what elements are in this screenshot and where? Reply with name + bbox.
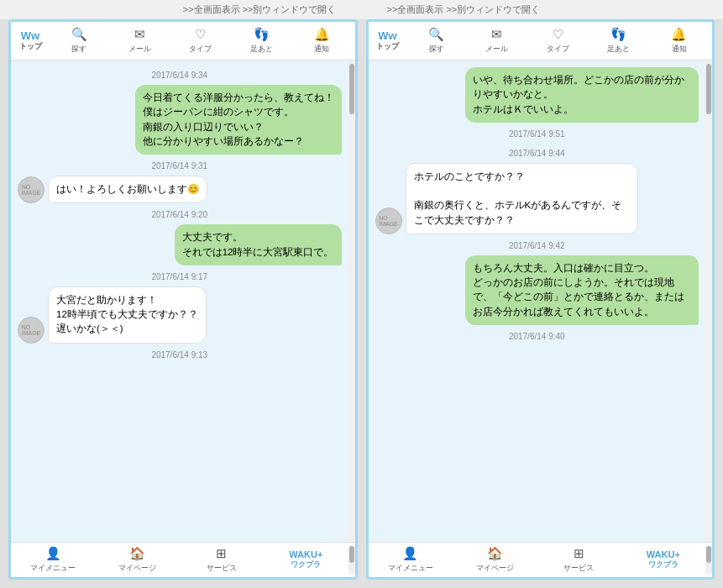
footprint-icon: 👣 [254,27,270,42]
timestamp-r1: 2017/6/14 9:51 [375,129,699,139]
right-nav-bar: Ww トップ 🔍 探す ✉ メール ♡ タイプ 👣 足あと 🔔 通知 [369,22,713,60]
timestamp-r3: 2017/6/14 9:42 [375,241,699,250]
right-panel-toplinks: >>全画面表示 >>別ウィンドウで開く [387,3,541,16]
right-bottom-nav: 👤 マイメニュー 🏠 マイページ ⊞ サービス WAKU+ ワクプラ [369,542,713,577]
top-bar: >>全画面表示 >>別ウィンドウで開く >>全画面表示 >>別ウィンドウで開く [0,0,723,19]
mypage-icon: 🏠 [487,546,503,561]
left-chat-wrapper: 2017/6/14 9:34 今日着てくる洋服分かったら、教えてね！僕はジーパン… [11,60,355,542]
msg-row: NOIMAGE はい！よろしくお願いします😊 [18,176,342,203]
footprint-icon: 👣 [610,27,626,42]
right-waku-plus[interactable]: WAKU+ ワクプラ [621,546,705,574]
left-scrollbar[interactable] [348,60,355,542]
bell-icon: 🔔 [671,27,687,42]
right-nav-type[interactable]: ♡ タイプ [528,27,587,55]
left-chat-area: 2017/6/14 9:34 今日着てくる洋服分かったら、教えてね！僕はジーパン… [11,60,348,542]
left-nav-type[interactable]: ♡ タイプ [171,27,230,55]
mail-icon: ✉ [134,27,145,42]
timestamp-5: 2017/6/14 9:13 [18,350,342,360]
right-nav-footprint[interactable]: 👣 足あと [589,27,647,55]
avatar: NOIMAGE [18,176,45,203]
timestamp-3: 2017/6/14 9:20 [18,210,342,219]
mymenu-icon: 👤 [402,546,418,561]
right-bottom-scroll [705,546,712,574]
avatar: NOIMAGE [375,207,402,234]
bubble: いや、待ち合わせ場所。どこかの店の前が分かりやすいかなと。ホテルはＫでいいよ。 [465,67,699,123]
left-panel-toplinks: >>全画面表示 >>別ウィンドウで開く [183,3,337,16]
service-icon: ⊞ [574,546,584,561]
bubble: ホテルのことですか？？南銀の奥行くと、ホテルKがあるんですが、そこで大丈夫ですか… [406,163,639,234]
right-nav-mail[interactable]: ✉ メール [468,27,527,55]
timestamp-r2: 2017/6/14 9:44 [375,149,699,158]
left-nav-bar: Ww トップ 🔍 探す ✉ メール ♡ タイプ 👣 足あと 🔔 通知 [11,22,355,60]
search-icon: 🔍 [428,27,444,42]
left-nav-mail[interactable]: ✉ メール [110,27,169,55]
left-nav-footprint[interactable]: 👣 足あと [232,27,291,55]
msg-row: いや、待ち合わせ場所。どこかの店の前が分かりやすいかなと。ホテルはＫでいいよ。 [375,67,699,123]
msg-row: もちろん大丈夫。入口は確かに目立つ。どっかのお店の前にしようか。それでは現地で、… [375,255,699,325]
left-bottom-mypage[interactable]: 🏠 マイページ [95,546,179,574]
mymenu-icon: 👤 [45,546,61,561]
right-nav-search[interactable]: 🔍 探す [407,27,466,55]
right-chat-wrapper: いや、待ち合わせ場所。どこかの店の前が分かりやすいかなと。ホテルはＫでいいよ。 … [369,60,713,542]
timestamp-2: 2017/6/14 9:31 [18,161,342,171]
bell-icon: 🔔 [314,27,330,42]
left-bottom-nav: 👤 マイメニュー 🏠 マイページ ⊞ サービス WAKU+ ワクプラ [11,542,355,577]
left-logo: Ww トップ [14,30,46,50]
timestamp-4: 2017/6/14 9:17 [18,272,342,281]
left-nav-search[interactable]: 🔍 探す [50,27,108,55]
left-nav-notify[interactable]: 🔔 通知 [292,27,351,55]
left-bottom-mymenu[interactable]: 👤 マイメニュー [11,546,95,574]
msg-row: 今日着てくる洋服分かったら、教えてね！僕はジーパンに紺のシャツです。南銀の入り口… [18,85,342,155]
bottom-scroll-indicator [348,546,355,574]
right-logo: Ww トップ [372,30,404,50]
bubble: 大丈夫です。それでは12時半に大宮駅東口で。 [175,224,342,265]
bubble: 今日着てくる洋服分かったら、教えてね！僕はジーパンに紺のシャツです。南銀の入り口… [135,85,342,155]
left-fullscreen-link[interactable]: >>全画面表示 [183,4,240,14]
msg-row: NOIMAGE ホテルのことですか？？南銀の奥行くと、ホテルKがあるんですが、そ… [375,163,699,234]
left-bottom-service[interactable]: ⊞ サービス [180,546,264,574]
mail-icon: ✉ [491,27,502,42]
right-nav-notify[interactable]: 🔔 通知 [650,27,709,55]
right-phone-panel: Ww トップ 🔍 探す ✉ メール ♡ タイプ 👣 足あと 🔔 通知 [366,19,715,580]
timestamp-r4: 2017/6/14 9:40 [375,332,699,341]
msg-row: NOIMAGE 大宮だと助かります！12時半頃でも大丈夫ですか？？遅いかな(＞＜… [18,286,342,344]
heart-icon: ♡ [553,27,563,42]
heart-icon: ♡ [195,27,206,42]
left-phone-panel: Ww トップ 🔍 探す ✉ メール ♡ タイプ 👣 足あと 🔔 通知 [8,19,358,580]
right-newwindow-link[interactable]: >>別ウィンドウで開く [446,4,540,14]
service-icon: ⊞ [216,546,227,561]
search-icon: 🔍 [71,27,87,42]
right-chat-area: いや、待ち合わせ場所。どこかの店の前が分かりやすいかなと。ホテルはＫでいいよ。 … [369,60,706,542]
timestamp-1: 2017/6/14 9:34 [18,71,342,80]
scroll-thumb[interactable] [706,64,711,114]
bubble: もちろん大丈夫。入口は確かに目立つ。どっかのお店の前にしようか。それでは現地で、… [465,255,699,325]
msg-row: 大丈夫です。それでは12時半に大宮駅東口で。 [18,224,342,265]
right-fullscreen-link[interactable]: >>全画面表示 [387,4,444,14]
right-scrollbar[interactable] [705,60,712,542]
right-bottom-mypage[interactable]: 🏠 マイページ [453,546,537,574]
right-bottom-mymenu[interactable]: 👤 マイメニュー [369,546,453,574]
avatar: NOIMAGE [18,317,45,344]
left-waku-plus[interactable]: WAKU+ ワクプラ [264,546,348,574]
scroll-thumb[interactable] [349,64,354,114]
right-bottom-service[interactable]: ⊞ サービス [537,546,621,574]
left-newwindow-link[interactable]: >>別ウィンドウで開く [243,4,337,14]
panels-container: Ww トップ 🔍 探す ✉ メール ♡ タイプ 👣 足あと 🔔 通知 [0,19,723,588]
mypage-icon: 🏠 [129,546,145,561]
bubble: 大宮だと助かります！12時半頃でも大丈夫ですか？？遅いかな(＞＜) [48,286,207,344]
bubble: はい！よろしくお願いします😊 [48,176,207,203]
